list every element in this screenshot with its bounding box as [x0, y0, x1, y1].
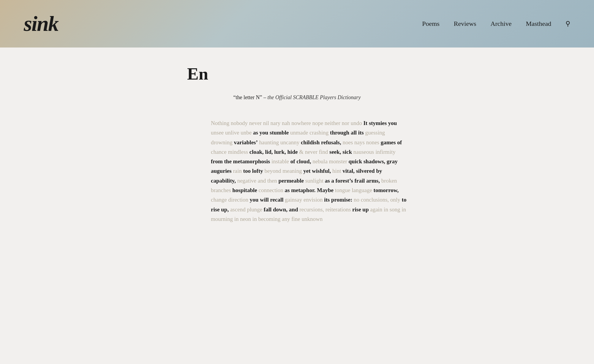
poem-word: yet wishful,	[303, 168, 331, 174]
poem-word: & never find	[299, 149, 328, 155]
search-icon[interactable]: ⚲	[565, 20, 570, 28]
poem-word: games of	[381, 139, 402, 145]
poem-word: Nothing nobody never nil nary nah nowher…	[211, 120, 349, 126]
poem-word: unmade crashing	[290, 129, 328, 136]
poem-word: change direction	[211, 197, 248, 203]
poem-word: rain	[233, 168, 242, 174]
epigraph: “the letter N” – the Official SCRABBLE P…	[187, 94, 407, 101]
poem-word: instable	[271, 158, 289, 164]
poem-word: sunlight	[305, 178, 323, 184]
poem-word: fall down, and	[264, 206, 298, 213]
poem-word: as metaphor. Maybe	[285, 187, 334, 193]
poem-word: of cloud,	[290, 158, 311, 164]
poem-word: no conclusions, only	[354, 197, 400, 203]
nav-poems[interactable]: Poems	[422, 20, 440, 28]
poem-word: variables’	[234, 139, 258, 145]
poem-word: as a forest’s frail arms,	[325, 178, 380, 184]
poem-word: ascend plunge	[230, 206, 262, 213]
nav-reviews[interactable]: Reviews	[454, 20, 476, 28]
main-nav: Poems Reviews Archive Masthead ⚲	[422, 20, 570, 28]
poem-word: gainsay envision	[285, 197, 323, 203]
poem-word: as you stumble	[253, 129, 289, 136]
poem-word: It stymies you	[363, 120, 397, 126]
epigraph-prefix: “the letter N” –	[233, 94, 268, 100]
poem-word: childish refusals,	[301, 139, 341, 145]
poem-word: nebula monster	[312, 158, 347, 164]
site-header: sink Poems Reviews Archive Masthead ⚲	[0, 0, 594, 48]
epigraph-source: the Official SCRABBLE Players Dictionary	[268, 94, 361, 100]
main-content: En “the letter N” – the Official SCRABBL…	[0, 48, 594, 248]
poem-title: En	[187, 65, 407, 83]
poem-word: undo	[351, 120, 362, 126]
poem-word: recursions, reiterations	[299, 206, 351, 213]
poem-word: you will recall	[250, 197, 284, 203]
poem-word: connection	[258, 187, 283, 193]
poem-word: noes nays nones	[343, 139, 379, 145]
poem-word: tomorrow,	[374, 187, 399, 193]
poem-word: too lofty	[243, 168, 263, 174]
poem-word: nauseous infirmity	[353, 149, 396, 155]
poem-word: rise up	[352, 206, 369, 213]
poem-word: negative and then	[237, 178, 277, 184]
content-area: En “the letter N” – the Official SCRABBL…	[163, 48, 431, 248]
poem-word: from the metamorphosis	[211, 158, 270, 164]
poem-word: its promise:	[324, 197, 352, 203]
logo-text: sink	[24, 12, 58, 36]
site-logo[interactable]: sink	[24, 13, 58, 34]
poem-word: beyond meaning	[265, 168, 302, 174]
poem-word: tongue language	[335, 187, 372, 193]
poem-word: hospitable	[232, 187, 257, 193]
poem-word: permeable	[278, 178, 304, 184]
poem-body: Nothing nobody never nil nary nah nowher…	[211, 118, 407, 224]
poem-word: through all its	[330, 129, 364, 136]
nav-archive[interactable]: Archive	[491, 20, 512, 28]
poem-word: chance mindless	[211, 149, 248, 155]
poem-word: hint	[332, 168, 341, 174]
poem-word: unsee unlive unbe	[211, 129, 252, 136]
nav-masthead[interactable]: Masthead	[526, 20, 551, 28]
poem-word: cloak, lid, lurk, hide	[249, 149, 298, 155]
poem-word: seek, sick	[329, 149, 352, 155]
poem-word: haunting uncanny	[259, 139, 300, 145]
